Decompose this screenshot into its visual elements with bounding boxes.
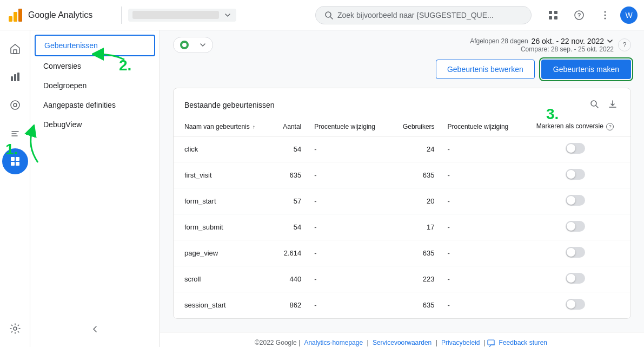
event-pct1-cell: - (308, 136, 391, 162)
event-users-cell: 223 (391, 266, 441, 292)
conversion-toggle[interactable] (566, 143, 585, 154)
page-footer: ©2022 Google | Analytics-homepage | Serv… (160, 332, 644, 347)
event-name-cell[interactable]: first_visit (174, 162, 273, 188)
svg-rect-21 (17, 73, 19, 81)
sidebar-item-configure[interactable] (2, 148, 28, 174)
footer-copyright: ©2022 Google (255, 339, 297, 346)
event-pct2-cell: - (441, 188, 525, 214)
table-header-actions (587, 97, 620, 113)
event-users-cell: 635 (391, 292, 441, 318)
topbar: Google Analytics ████████████████████ Zo… (0, 0, 644, 30)
svg-rect-27 (16, 162, 19, 166)
nav-item-aangepaste-definities[interactable]: Aangepaste definities (30, 95, 160, 115)
date-label: Afgelopen 28 dagen (470, 37, 528, 45)
event-name-cell[interactable]: form_submit (174, 214, 273, 240)
event-count-cell: 54 (273, 136, 308, 162)
event-name-cell[interactable]: click (174, 136, 273, 162)
table-row: session_start 862 - 635 - (174, 292, 630, 318)
nav-item-doelgroepen[interactable]: Doelgroepen (30, 76, 160, 95)
conversion-toggle[interactable] (566, 221, 585, 232)
svg-rect-31 (488, 340, 494, 345)
footer-link-terms[interactable]: Servicevoorwaarden (373, 339, 431, 346)
event-count-cell: 2.614 (273, 240, 308, 266)
svg-rect-5 (14, 12, 17, 22)
footer-link-analytics[interactable]: Analytics-homepage (304, 339, 363, 346)
conversion-toggle[interactable] (566, 247, 585, 258)
event-toggle-cell (524, 214, 630, 240)
col-header-pct2[interactable]: Procentuele wijziging (441, 117, 525, 136)
sort-arrow-icon: ↑ (253, 124, 255, 130)
event-toggle-cell (524, 266, 630, 292)
event-name-cell[interactable]: session_start (174, 292, 273, 318)
table-row: scroll 440 - 223 - (174, 266, 630, 292)
conversion-help-icon[interactable]: ? (606, 123, 614, 130)
nav-item-conversies[interactable]: Conversies (30, 56, 160, 76)
svg-point-22 (11, 101, 19, 109)
conversion-toggle[interactable] (566, 299, 585, 310)
event-name-cell[interactable]: form_start (174, 188, 273, 214)
event-toggle-cell (524, 162, 630, 188)
table-download-button[interactable] (606, 97, 620, 113)
table-title: Bestaande gebeurtenissen (184, 101, 275, 109)
event-name-cell[interactable]: scroll (174, 266, 273, 292)
event-users-cell: 20 (391, 188, 441, 214)
event-toggle-cell (524, 292, 630, 318)
svg-point-16 (605, 14, 606, 16)
avatar[interactable]: W (620, 6, 638, 24)
conversion-toggle[interactable] (566, 195, 585, 206)
date-compare-label: Compare: 28 sep. - 25 okt. 2022 (521, 45, 614, 53)
nav-collapse-button[interactable] (30, 316, 160, 343)
sidebar-item-settings[interactable] (2, 316, 28, 342)
status-dot (180, 41, 189, 49)
footer-link-privacy[interactable]: Privacybeleid (441, 339, 480, 346)
create-event-button[interactable]: Gebeurtenis maken (541, 60, 631, 79)
sidebar-item-advertising[interactable] (2, 120, 28, 146)
nav-item-gebeurtenissen[interactable]: Gebeurtenissen (35, 35, 155, 56)
col-header-pct1[interactable]: Procentuele wijziging (308, 117, 391, 136)
date-range-selector[interactable]: Afgelopen 28 dagen 26 okt. - 22 nov. 202… (470, 37, 614, 53)
footer-link-feedback[interactable]: Feedback sturen (499, 339, 547, 346)
account-name: ████████████████████ (132, 11, 219, 19)
more-options-button[interactable] (594, 4, 616, 26)
table-search-button[interactable] (587, 97, 601, 113)
col-header-count[interactable]: Aantal (273, 117, 308, 136)
event-pct2-cell: - (441, 266, 525, 292)
table-row: page_view 2.614 - 635 - (174, 240, 630, 266)
event-pct1-cell: - (308, 240, 391, 266)
events-table: Naam van gebeurtenis ↑ Aantal Procentuel… (174, 117, 630, 318)
event-pct2-cell: - (441, 240, 525, 266)
event-name-cell[interactable]: page_view (174, 240, 273, 266)
sidebar-item-explore[interactable] (2, 92, 28, 118)
edit-event-button[interactable]: Gebeurtenis bewerken (436, 60, 535, 79)
svg-rect-19 (11, 76, 13, 81)
account-selector[interactable]: ████████████████████ (128, 9, 236, 22)
sidebar (0, 30, 30, 347)
table-row: form_submit 54 - 17 - (174, 214, 630, 240)
nav-item-debugview[interactable]: DebugView (30, 115, 160, 134)
col-header-conversion[interactable]: Markeren als conversie ? (524, 117, 630, 136)
col-header-users[interactable]: Gebruikers (391, 117, 441, 136)
content-help-button[interactable]: ? (618, 38, 631, 51)
filter-pill[interactable] (173, 37, 213, 53)
col-header-name[interactable]: Naam van gebeurtenis ↑ (174, 117, 273, 136)
search-bar[interactable]: Zoek bijvoorbeeld naar {SUGGESTED_QUE... (315, 6, 532, 24)
svg-rect-26 (11, 162, 15, 166)
event-toggle-cell (524, 136, 630, 162)
topbar-divider (121, 6, 122, 24)
sidebar-item-reports[interactable] (2, 64, 28, 90)
event-count-cell: 635 (273, 162, 308, 188)
apps-icon-button[interactable] (542, 4, 564, 26)
download-icon (608, 99, 618, 109)
help-icon-button[interactable]: ? (568, 4, 590, 26)
svg-rect-10 (554, 11, 557, 14)
sidebar-item-home[interactable] (2, 36, 28, 62)
topbar-actions: ? W (542, 4, 638, 26)
sidebar-bottom (2, 315, 28, 343)
home-icon (9, 43, 21, 55)
conversion-toggle[interactable] (566, 169, 585, 180)
conversion-toggle[interactable] (566, 273, 585, 284)
table-row: form_start 57 - 20 - (174, 188, 630, 214)
svg-point-23 (14, 103, 17, 107)
logo-area: Google Analytics (6, 6, 115, 24)
feedback-icon (487, 339, 495, 347)
